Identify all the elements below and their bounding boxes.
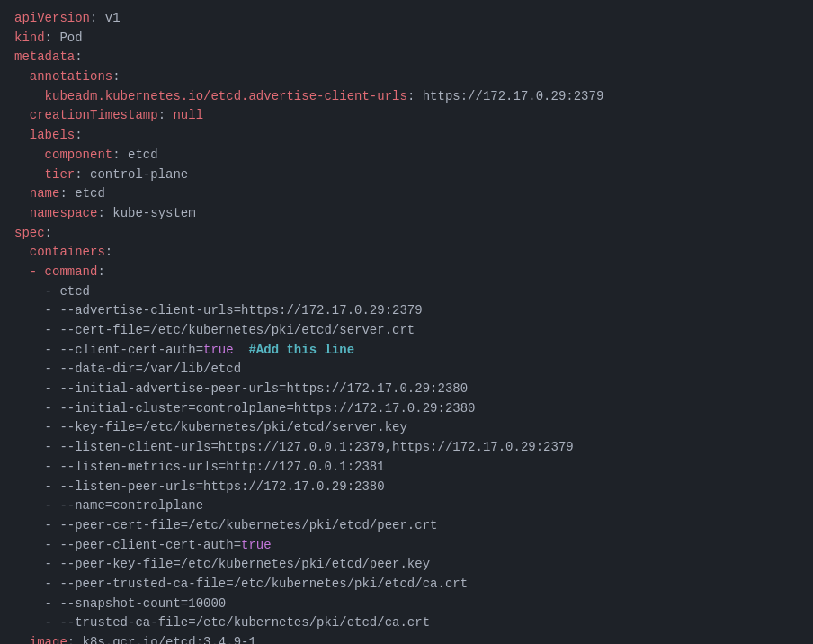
code-line: metadata: (14, 48, 799, 67)
code-token: component (14, 148, 112, 162)
code-token: : Pod (45, 31, 83, 45)
code-token: true (241, 538, 272, 552)
code-token: annotations (14, 69, 112, 84)
code-line: creationTimestamp: null (14, 106, 799, 126)
code-token: metadata (14, 49, 75, 64)
code-line: containers: (14, 243, 799, 263)
code-token: : (105, 245, 112, 259)
code-token: - --initial-cluster=controlplane=https:/… (14, 401, 475, 416)
code-token: - --client-cert-auth= (14, 343, 203, 357)
code-line: - --listen-peer-urls=https://172.17.0.29… (14, 478, 799, 497)
code-line: component: etcd (14, 146, 799, 165)
code-line: - --trusted-ca-file=/etc/kubernetes/pki/… (14, 613, 799, 633)
code-token: containers (14, 245, 105, 259)
code-token: - --peer-trusted-ca-file=/etc/kubernetes… (14, 577, 468, 591)
code-line: annotations: (14, 67, 799, 87)
code-token: - --peer-client-cert-auth= (14, 538, 241, 552)
code-token: : (112, 69, 120, 84)
code-token: kind (14, 31, 45, 45)
code-token: - --snapshot-count=10000 (14, 596, 226, 611)
code-token: : control-plane (75, 167, 188, 182)
code-token: - --initial-advertise-peer-urls=https://… (14, 381, 468, 396)
code-token: : k8s.gcr.io/etcd:3.4.9-1 (67, 635, 256, 644)
code-line: spec: (14, 224, 799, 244)
code-token: : etcd (59, 186, 104, 201)
code-token: - --cert-file=/etc/kubernetes/pki/etcd/s… (14, 323, 415, 337)
code-token: - command (14, 264, 97, 279)
code-token: : (75, 128, 82, 142)
code-line: name: etcd (14, 184, 799, 204)
code-token: tier (14, 167, 75, 182)
code-token: : (158, 108, 174, 122)
code-line: - --peer-key-file=/etc/kubernetes/pki/et… (14, 555, 799, 575)
code-token: spec (14, 226, 45, 240)
code-token: namespace (14, 206, 97, 220)
code-token: - etcd (14, 284, 90, 299)
code-token: #Add this line (234, 343, 354, 357)
code-line: kubeadm.kubernetes.io/etcd.advertise-cli… (14, 87, 799, 107)
code-viewer: apiVersion: v1kind: Podmetadata: annotat… (14, 9, 799, 644)
code-token: - --advertise-client-urls=https://172.17… (14, 303, 423, 318)
code-token: labels (14, 128, 75, 142)
code-token: creationTimestamp (14, 108, 158, 122)
code-token: name (14, 186, 59, 201)
code-token: - --key-file=/etc/kubernetes/pki/etcd/se… (14, 420, 407, 434)
code-line: - --snapshot-count=10000 (14, 595, 799, 614)
code-token: - --data-dir=/var/lib/etcd (14, 362, 241, 376)
code-line: - --data-dir=/var/lib/etcd (14, 360, 799, 380)
code-line: - --listen-metrics-urls=http://127.0.0.1… (14, 458, 799, 478)
code-token: - --listen-client-urls=https://127.0.0.1… (14, 440, 574, 454)
code-token: image (14, 635, 67, 644)
code-line: - command: (14, 263, 799, 282)
code-line: apiVersion: v1 (14, 9, 799, 29)
code-token: - --peer-key-file=/etc/kubernetes/pki/et… (14, 557, 430, 571)
code-line: labels: (14, 126, 799, 146)
code-token: : (45, 226, 52, 240)
code-line: kind: Pod (14, 29, 799, 49)
code-line: - --key-file=/etc/kubernetes/pki/etcd/se… (14, 418, 799, 438)
code-token: - --listen-peer-urls=https://172.17.0.29… (14, 479, 385, 494)
code-line: - --initial-advertise-peer-urls=https://… (14, 380, 799, 399)
code-token: - --trusted-ca-file=/etc/kubernetes/pki/… (14, 615, 430, 630)
code-token: : v1 (90, 11, 121, 25)
code-token: : etcd (112, 148, 157, 162)
code-token: : (97, 264, 104, 279)
code-token: - --name=controlplane (14, 498, 203, 513)
code-line: - --initial-cluster=controlplane=https:/… (14, 399, 799, 419)
code-line: namespace: kube-system (14, 204, 799, 224)
code-token: : kube-system (97, 206, 195, 220)
code-line: - etcd (14, 282, 799, 302)
code-line: - --cert-file=/etc/kubernetes/pki/etcd/s… (14, 321, 799, 341)
code-token: apiVersion (14, 11, 90, 25)
code-token: true (203, 343, 234, 357)
code-line: - --advertise-client-urls=https://172.17… (14, 301, 799, 321)
code-token: null (173, 108, 203, 122)
code-token: : https://172.17.0.29:2379 (407, 89, 603, 103)
code-line: - --listen-client-urls=https://127.0.0.1… (14, 438, 799, 458)
code-line: tier: control-plane (14, 165, 799, 185)
code-token: : (75, 49, 82, 64)
code-line: - --peer-trusted-ca-file=/etc/kubernetes… (14, 575, 799, 595)
code-token: - --listen-metrics-urls=http://127.0.0.1… (14, 460, 385, 474)
code-line: image: k8s.gcr.io/etcd:3.4.9-1 (14, 633, 799, 644)
code-line: - --client-cert-auth=true #Add this line (14, 341, 799, 361)
code-token: - --peer-cert-file=/etc/kubernetes/pki/e… (14, 518, 437, 532)
code-line: - --name=controlplane (14, 496, 799, 516)
code-line: - --peer-client-cert-auth=true (14, 536, 799, 556)
code-token: kubeadm.kubernetes.io/etcd.advertise-cli… (14, 89, 407, 103)
code-line: - --peer-cert-file=/etc/kubernetes/pki/e… (14, 516, 799, 536)
